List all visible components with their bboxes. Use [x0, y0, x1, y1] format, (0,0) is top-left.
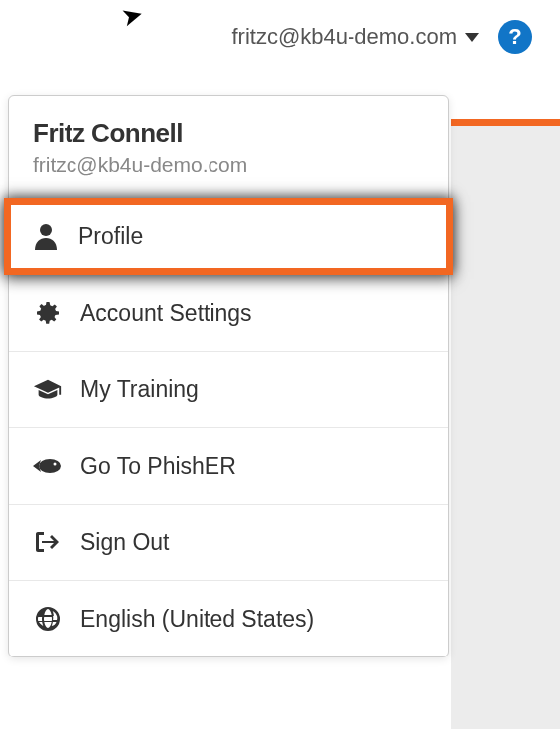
- header-email: fritzc@kb4u-demo.com: [231, 24, 457, 50]
- user-header: Fritz Connell fritzc@kb4u-demo.com: [9, 96, 448, 200]
- globe-icon: [33, 605, 63, 633]
- user-email: fritzc@kb4u-demo.com: [33, 153, 424, 177]
- profile-highlight: Profile: [4, 198, 453, 275]
- menu-item-phisher[interactable]: Go To PhishER: [9, 428, 448, 505]
- menu-item-sign-out[interactable]: Sign Out: [9, 505, 448, 581]
- header: fritzc@kb4u-demo.com ?: [0, 0, 560, 70]
- menu-label-my-training: My Training: [80, 376, 199, 403]
- menu-item-profile[interactable]: Profile: [11, 205, 446, 268]
- help-symbol: ?: [508, 24, 521, 50]
- accent-bar: [451, 119, 560, 126]
- help-icon[interactable]: ?: [498, 20, 532, 54]
- graduation-cap-icon: [33, 375, 63, 403]
- user-name: Fritz Connell: [33, 118, 424, 149]
- background-panel: [451, 126, 560, 729]
- sign-out-icon: [33, 528, 63, 556]
- menu-item-my-training[interactable]: My Training: [9, 352, 448, 428]
- menu-label-account-settings: Account Settings: [80, 300, 252, 327]
- user-email-dropdown[interactable]: fritzc@kb4u-demo.com: [231, 24, 479, 50]
- menu-label-profile: Profile: [78, 223, 143, 250]
- svg-point-1: [39, 459, 61, 473]
- svg-point-2: [54, 463, 57, 466]
- caret-down-icon: [465, 33, 479, 42]
- gear-icon: [33, 299, 63, 327]
- menu-item-language[interactable]: English (United States): [9, 581, 448, 656]
- user-dropdown-panel: Fritz Connell fritzc@kb4u-demo.com Profi…: [8, 95, 449, 657]
- user-icon: [31, 222, 61, 250]
- menu-label-phisher: Go To PhishER: [80, 453, 236, 480]
- svg-point-0: [40, 224, 52, 236]
- fish-icon: [33, 452, 63, 480]
- menu-label-sign-out: Sign Out: [80, 529, 170, 556]
- menu-item-account-settings[interactable]: Account Settings: [9, 275, 448, 352]
- menu-label-language: English (United States): [80, 606, 314, 633]
